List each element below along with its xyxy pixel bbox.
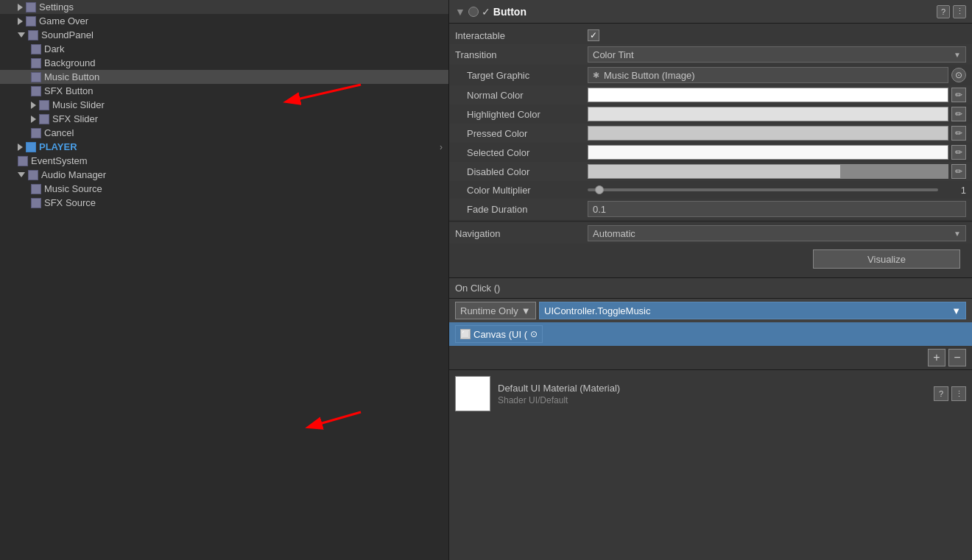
normal-color-value: ✏: [588, 88, 966, 102]
prop-highlighted-color: Highlighted Color ✏: [449, 104, 972, 124]
tree-item-musicslider[interactable]: Music Slider: [0, 98, 448, 112]
transition-value: Color Tint ▼: [588, 46, 966, 63]
tree-label-dark: Dark: [44, 43, 64, 54]
tree-item-cancel[interactable]: Cancel: [0, 126, 448, 140]
svg-line-2: [309, 412, 361, 427]
component-enable-dot[interactable]: [468, 7, 479, 17]
navigation-value: Automatic ▼: [588, 225, 966, 241]
runtime-dropdown-text: Runtime Only: [460, 305, 518, 316]
prop-normal-color: Normal Color ✏: [449, 85, 972, 104]
disabled-color-eyedropper[interactable]: ✏: [951, 164, 966, 179]
tree-label-sfxslider: SFX Slider: [52, 113, 98, 124]
cube-icon-soundpanel: [28, 30, 38, 40]
runtime-dropdown[interactable]: Runtime Only ▼: [455, 302, 536, 319]
collapse-arrow-component[interactable]: ▼: [455, 6, 465, 18]
help-button[interactable]: ?: [937, 5, 950, 18]
function-dropdown[interactable]: UIController.ToggleMusic ▼: [539, 302, 966, 319]
color-multiplier-slider[interactable]: 1: [588, 185, 966, 196]
prop-navigation: Navigation Automatic ▼: [449, 223, 972, 244]
tree-item-audiomanager[interactable]: Audio Manager: [0, 168, 448, 182]
inspector-panel: ▼ ✓ Button ? ⋮ Interactable ✓ Transition…: [449, 0, 972, 560]
tree-item-sfxslider[interactable]: SFX Slider: [0, 112, 448, 126]
tree-item-dark[interactable]: Dark: [0, 42, 448, 56]
selected-color-swatch[interactable]: [588, 145, 948, 160]
target-graphic-img-icon: ✱: [593, 71, 599, 80]
collapse-arrow-player: [18, 143, 23, 151]
remove-onclick-button[interactable]: −: [948, 349, 966, 366]
target-graphic-field[interactable]: ✱ Music Button (Image): [588, 67, 948, 83]
selected-color-eyedropper[interactable]: ✏: [951, 145, 966, 160]
tree-label-player: PLAYER: [39, 141, 77, 152]
cube-icon-musicslider: [39, 100, 49, 110]
tree-item-sfxsource[interactable]: SFX Source: [0, 196, 448, 210]
tree-item-musicbutton[interactable]: Music Button: [0, 70, 448, 84]
material-info: Default UI Material (Material) Shader UI…: [498, 383, 926, 405]
prop-target-graphic: Target Graphic ✱ Music Button (Image) ⊙: [449, 65, 972, 85]
material-buttons: ? ⋮: [934, 386, 966, 401]
player-expand-btn[interactable]: ›: [440, 142, 443, 152]
collapse-arrow-settings: [18, 4, 23, 11]
component-header-buttons: ? ⋮: [937, 5, 966, 18]
navigation-dropdown-arrow: ▼: [954, 230, 961, 238]
cube-icon-sfxbutton: [31, 86, 41, 96]
normal-color-eyedropper[interactable]: ✏: [951, 88, 966, 102]
disabled-color-swatch[interactable]: [588, 164, 948, 179]
fade-duration-value: [588, 201, 966, 217]
navigation-dropdown-text: Automatic: [593, 228, 635, 239]
target-graphic-select-btn[interactable]: ⊙: [951, 68, 966, 82]
pressed-color-swatch[interactable]: [588, 126, 948, 141]
navigation-dropdown[interactable]: Automatic ▼: [588, 225, 966, 241]
tree-item-gameover[interactable]: Game Over: [0, 14, 448, 28]
tree-item-background[interactable]: Background: [0, 56, 448, 70]
pressed-color-label: Pressed Color: [455, 128, 588, 139]
prop-fade-duration: Fade Duration: [449, 199, 972, 219]
tree-item-settings[interactable]: Settings: [0, 0, 448, 14]
pressed-color-value: ✏: [588, 126, 966, 141]
target-graphic-value-container: ✱ Music Button (Image) ⊙: [588, 67, 966, 83]
canvas-img-icon: ⬜: [460, 329, 471, 339]
menu-button[interactable]: ⋮: [953, 5, 966, 18]
canvas-ref-text: Canvas (UI (: [473, 329, 527, 340]
onclick-header-text: On Click (): [455, 283, 500, 294]
canvas-reference[interactable]: ⬜ Canvas (UI ( ⊙: [455, 325, 543, 343]
slider-track: [588, 188, 938, 191]
transition-dropdown-arrow: ▼: [954, 51, 961, 59]
interactable-checkbox[interactable]: ✓: [588, 29, 599, 41]
prop-color-multiplier: Color Multiplier 1: [449, 181, 972, 199]
collapse-arrow-musicslider: [31, 102, 36, 109]
material-help-button[interactable]: ?: [934, 386, 948, 401]
expand-arrow-audiomanager: [18, 172, 25, 177]
prop-pressed-color: Pressed Color ✏: [449, 124, 972, 143]
add-onclick-button[interactable]: +: [928, 349, 945, 366]
cube-icon-musicsource: [31, 184, 41, 194]
material-menu-button[interactable]: ⋮: [951, 386, 966, 401]
tree-item-eventsystem[interactable]: EventSystem: [0, 154, 448, 168]
tree-item-soundpanel[interactable]: SoundPanel: [0, 28, 448, 42]
cube-icon-background: [31, 58, 41, 68]
collapse-arrow-gameover: [18, 18, 23, 25]
component-title: Button: [493, 6, 937, 18]
fade-duration-input[interactable]: [588, 201, 966, 217]
component-check[interactable]: ✓: [482, 6, 490, 18]
tree-label-cancel: Cancel: [44, 127, 74, 138]
transition-dropdown[interactable]: Color Tint ▼: [588, 46, 966, 63]
pressed-color-eyedropper[interactable]: ✏: [951, 126, 966, 141]
color-multiplier-value: 1: [588, 185, 966, 196]
tree-item-sfxbutton[interactable]: SFX Button: [0, 84, 448, 98]
onclick-row-canvas[interactable]: ⬜ Canvas (UI ( ⊙: [449, 322, 972, 346]
highlighted-color-swatch[interactable]: [588, 107, 948, 121]
material-shader: Shader UI/Default: [498, 395, 926, 405]
normal-color-swatch[interactable]: [588, 88, 948, 102]
cube-icon-sfxsource: [31, 198, 41, 208]
visualize-button[interactable]: Visualize: [813, 249, 960, 269]
highlighted-color-eyedropper[interactable]: ✏: [951, 107, 966, 121]
onclick-row-runtime: Runtime Only ▼ UIController.ToggleMusic …: [449, 299, 972, 322]
tree-item-player[interactable]: PLAYER ›: [0, 140, 448, 154]
cube-icon-musicbutton: [31, 72, 41, 82]
onclick-header: On Click (): [449, 277, 972, 299]
normal-color-label: Normal Color: [455, 90, 588, 101]
separator-1: [449, 221, 972, 221]
disabled-color-label: Disabled Color: [455, 166, 588, 177]
tree-item-musicsource[interactable]: Music Source: [0, 182, 448, 196]
expand-arrow-soundpanel: [18, 32, 25, 38]
